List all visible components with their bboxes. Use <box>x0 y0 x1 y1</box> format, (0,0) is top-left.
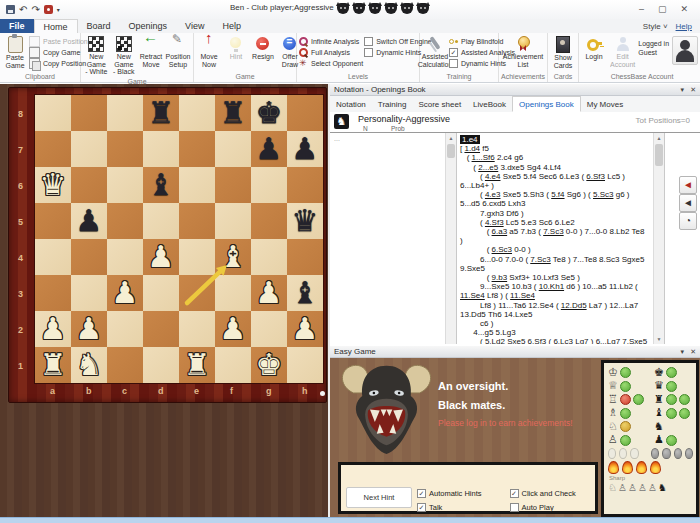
edit-account-button[interactable]: EditAccount <box>608 35 637 69</box>
square-c1[interactable] <box>107 347 143 383</box>
square-f6[interactable] <box>215 167 251 203</box>
copy-game-button[interactable]: Copy Game <box>29 47 88 57</box>
square-b7[interactable] <box>71 131 107 167</box>
square-e4[interactable] <box>179 239 215 275</box>
save-icon[interactable] <box>6 5 15 14</box>
square-a7[interactable] <box>35 131 71 167</box>
redo-icon[interactable]: ↷ <box>31 5 39 15</box>
square-h4[interactable] <box>287 239 323 275</box>
next-hint-button[interactable]: Next Hint <box>346 487 412 508</box>
tab-openings-book[interactable]: Openings Book <box>512 96 581 112</box>
new-game-black-button[interactable]: New Game- Black <box>111 35 138 77</box>
panel-menu-icon[interactable]: ▾ <box>681 348 685 356</box>
infinite-analysis-button[interactable]: Infinite Analysis <box>299 36 363 46</box>
help-link[interactable]: Help <box>676 22 692 31</box>
position-setup-button[interactable]: PositionSetup <box>165 35 191 69</box>
select-opponent-button[interactable]: Select Opponent <box>299 58 363 68</box>
panel-menu-icon[interactable]: ▾ <box>681 86 685 94</box>
square-b3[interactable] <box>71 275 107 311</box>
selected-move[interactable]: 1.e4 <box>460 135 480 144</box>
hint-button[interactable]: Hint <box>223 35 249 62</box>
checkbox-icon[interactable]: ✓ <box>449 48 458 57</box>
tab-training[interactable]: Training <box>372 96 413 112</box>
square-a3[interactable] <box>35 275 71 311</box>
square-d7[interactable] <box>143 131 179 167</box>
moves-scrollbar-thumb[interactable] <box>655 144 663 166</box>
square-c2[interactable] <box>107 311 143 347</box>
square-d2[interactable] <box>143 311 179 347</box>
square-c7[interactable] <box>107 131 143 167</box>
black-piece-h3[interactable]: ♝ <box>287 275 323 311</box>
book-scrollbar-thumb[interactable] <box>447 144 455 158</box>
square-f5[interactable] <box>215 203 251 239</box>
square-g4[interactable] <box>251 239 287 275</box>
tab-livebook[interactable]: LiveBook <box>467 96 512 112</box>
checkbox-icon[interactable] <box>510 503 519 512</box>
square-h1[interactable] <box>287 347 323 383</box>
retract-move-button[interactable]: RetractMove <box>138 35 164 69</box>
checkbox-talk[interactable]: ✓Talk <box>417 500 482 514</box>
square-f3[interactable] <box>215 275 251 311</box>
book-empty-row[interactable]: ... <box>334 135 340 142</box>
checkbox-auto-play[interactable]: Auto Play <box>510 500 576 514</box>
tab-notation[interactable]: Notation <box>330 96 372 112</box>
maximize-button[interactable]: ▢ <box>658 4 667 14</box>
moves-scrollbar[interactable]: ▲ ▼ <box>653 133 664 344</box>
black-piece-b5[interactable]: ♟ <box>71 203 107 239</box>
square-g6[interactable] <box>251 167 287 203</box>
square-e7[interactable] <box>179 131 215 167</box>
white-piece-e1[interactable]: ♜ <box>179 347 215 383</box>
black-piece-g7[interactable]: ♟ <box>251 131 287 167</box>
menu-tab-home[interactable]: Home <box>34 19 78 33</box>
black-piece-h7[interactable]: ♟ <box>287 131 323 167</box>
checkbox-icon[interactable]: ✓ <box>510 489 519 498</box>
square-e3[interactable] <box>179 275 215 311</box>
notation-panel-titlebar[interactable]: Notation - Openings Book ▾ ✕ <box>330 84 700 96</box>
checkbox-icon[interactable] <box>449 59 458 68</box>
menu-tab-help[interactable]: Help <box>213 19 250 33</box>
checkbox-icon[interactable] <box>364 48 373 57</box>
panel-close-icon[interactable]: ✕ <box>690 348 696 356</box>
square-c4[interactable] <box>107 239 143 275</box>
white-piece-c3[interactable]: ♟ <box>107 275 143 311</box>
white-piece-a2[interactable]: ♟ <box>35 311 71 347</box>
moves-pane[interactable]: 1.e4 [ 1.d4 f5 ( 1...Sf6 2.c4 g6 ( 2...e… <box>457 133 653 344</box>
close-button[interactable]: ✕ <box>680 4 688 14</box>
square-f7[interactable] <box>215 131 251 167</box>
square-e2[interactable] <box>179 311 215 347</box>
show-cards-button[interactable]: ShowCards <box>550 35 576 70</box>
move-now-button[interactable]: MoveNow <box>196 35 222 69</box>
minimize-button[interactable]: – <box>639 4 644 14</box>
column-header-n[interactable]: N <box>363 125 368 132</box>
white-piece-a1[interactable]: ♜ <box>35 347 71 383</box>
black-piece-d8[interactable]: ♜ <box>143 95 179 131</box>
checkbox-icon[interactable] <box>364 37 373 46</box>
move-list[interactable]: 1.e4 [ 1.d4 f5 ( 1...Sf6 2.c4 g6 ( 2...e… <box>460 135 648 344</box>
square-b4[interactable] <box>71 239 107 275</box>
takeback-arrow-icon[interactable]: ◄ <box>679 194 697 212</box>
menu-tab-file[interactable]: File <box>0 19 34 33</box>
checkbox-click-and-check[interactable]: ✓Click and Check <box>510 486 576 500</box>
square-e6[interactable] <box>179 167 215 203</box>
login-button[interactable]: Login <box>581 35 607 62</box>
white-piece-h2[interactable]: ♟ <box>287 311 323 347</box>
square-g2[interactable] <box>251 311 287 347</box>
paste-position-button[interactable]: Paste Position <box>29 36 88 46</box>
paste-game-button[interactable]: PasteGame <box>2 35 28 70</box>
tab-my-moves[interactable]: My Moves <box>581 96 629 112</box>
square-h6[interactable] <box>287 167 323 203</box>
square-d5[interactable] <box>143 203 179 239</box>
checkbox-automatic-hints[interactable]: ✓Automatic Hints <box>417 486 482 500</box>
scroll-up-icon[interactable]: ▲ <box>654 133 664 143</box>
panel-close-icon[interactable]: ✕ <box>690 86 696 94</box>
square-a5[interactable] <box>35 203 71 239</box>
square-d1[interactable] <box>143 347 179 383</box>
white-piece-f4[interactable]: ♝ <box>215 239 251 275</box>
new-game-white-button[interactable]: New Game- White <box>83 35 110 77</box>
resign-button[interactable]: Resign <box>250 35 276 62</box>
square-g5[interactable] <box>251 203 287 239</box>
easy-game-titlebar[interactable]: Easy Game ▾ ✕ <box>330 346 700 358</box>
white-piece-d4[interactable]: ♟ <box>143 239 179 275</box>
openings-book-list[interactable]: ... ▲ <box>330 133 457 344</box>
scroll-down-icon[interactable]: ▼ <box>654 334 664 344</box>
